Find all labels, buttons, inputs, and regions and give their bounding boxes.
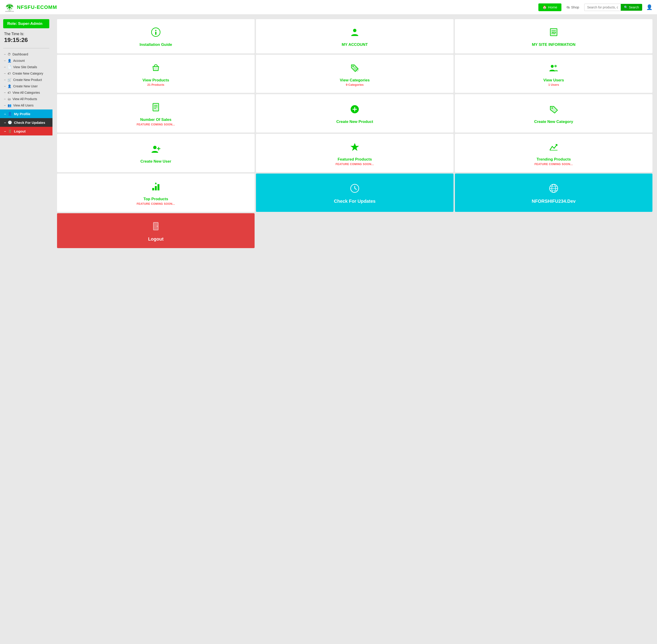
sidebar-item-account[interactable]: –👤Account [0, 58, 52, 64]
user-plus-icon [151, 144, 161, 157]
updates-icon: 🕐 [8, 120, 12, 124]
card-top-products[interactable]: Top ProductsFEATURE COMING SOON... [57, 174, 255, 212]
role-badge: Role: Super-Admin [3, 19, 49, 28]
time-value: 19:15:26 [0, 36, 52, 46]
sidebar-nav-bottom: – 👤 My Profile – 🕐 Check For Updates – 🚪… [0, 110, 52, 135]
svg-rect-34 [152, 188, 154, 190]
sidebar-item-check-for-updates[interactable]: – 🕐 Check For Updates [0, 118, 52, 127]
card-title: Create New Category [534, 119, 573, 124]
svg-rect-35 [155, 186, 157, 190]
card-title: Logout [148, 236, 163, 242]
time-label: The Time Is: [0, 32, 52, 36]
sidebar-item-create-new-user[interactable]: –👤Create New User [0, 83, 52, 89]
main-content: Installation GuideMY ACCOUNTMY SITE INFO… [52, 15, 657, 644]
card-featured-products[interactable]: Featured ProductsFEATURE COMING SOON... [256, 134, 454, 172]
dashboard-icon: ⏱ [7, 52, 11, 56]
sidebar-nav: –⏱Dashboard –👤Account –📄View Site Detail… [0, 51, 52, 109]
svg-rect-10 [155, 32, 156, 35]
sidebar-item-logout[interactable]: – 🚪 Logout [0, 127, 52, 135]
search-bar: 🔍 Search [584, 4, 642, 11]
home-button[interactable]: 🏠 Home [538, 3, 561, 11]
svg-point-28 [551, 108, 553, 109]
clock-icon [350, 184, 360, 197]
sidebar-item-my-profile[interactable]: – 👤 My Profile [0, 110, 52, 118]
all-categories-icon: 🏷 [7, 91, 11, 94]
search-input[interactable] [584, 4, 621, 11]
shop-icon: 🛍 [566, 5, 570, 9]
card-create-new-product[interactable]: Create New Product [256, 94, 454, 133]
search-button[interactable]: 🔍 Search [621, 4, 642, 11]
my-profile-icon: 👤 [8, 112, 12, 116]
all-users-icon: 👥 [7, 104, 12, 107]
card-count: 1 Users [548, 83, 559, 87]
card-title: Top Products [143, 197, 168, 201]
user-icon [350, 27, 360, 40]
card-create-new-category[interactable]: Create New Category [455, 94, 653, 133]
card-trending-products[interactable]: Trending ProductsFEATURE COMING SOON... [455, 134, 653, 172]
card-title: Number Of Sales [140, 117, 172, 122]
all-products-icon: 🗂 [7, 97, 11, 101]
cards-grid: Installation GuideMY ACCOUNTMY SITE INFO… [57, 19, 653, 248]
card-title: Trending Products [537, 157, 571, 162]
svg-point-0 [8, 6, 11, 8]
card-check-for-updates[interactable]: Check For Updates [256, 174, 454, 212]
dash-updates: – [4, 121, 6, 124]
card-my-account[interactable]: MY ACCOUNT [256, 19, 454, 53]
card-count: 21 Products [148, 83, 164, 87]
sidebar-divider [3, 48, 49, 48]
card-title: MY ACCOUNT [342, 42, 368, 47]
svg-rect-36 [157, 184, 159, 190]
svg-marker-32 [350, 143, 359, 151]
card-installation-guide[interactable]: Installation Guide [57, 19, 255, 53]
card-logout-card[interactable]: Logout [57, 213, 255, 248]
svg-point-48 [157, 226, 158, 227]
top-icon [151, 182, 161, 194]
user-profile-button[interactable]: 👤 [646, 4, 653, 10]
sidebar: Role: Super-Admin The Time Is: 19:15:26 … [0, 15, 52, 644]
logo-icon: NFORSHIFU234 [4, 2, 15, 12]
card-count: 9 Categories [346, 83, 364, 87]
card-sub: FEATURE COMING SOON... [137, 202, 175, 205]
globe-icon [549, 184, 559, 197]
new-user-icon: 👤 [7, 84, 12, 88]
sidebar-item-view-all-categories[interactable]: –🏷View All Categories [0, 89, 52, 96]
sidebar-item-create-new-category[interactable]: –🏷Create New Category [0, 70, 52, 77]
star-icon [350, 142, 360, 155]
svg-point-19 [554, 65, 557, 67]
card-sub: FEATURE COMING SOON... [336, 163, 374, 166]
card-create-new-user[interactable]: Create New User [57, 134, 255, 172]
logout-icon: 🚪 [8, 129, 12, 133]
sidebar-item-dashboard[interactable]: –⏱Dashboard [0, 51, 52, 58]
site-icon [549, 27, 559, 40]
svg-text:NFORSHIFU234: NFORSHIFU234 [5, 11, 14, 12]
door-icon [151, 222, 161, 234]
sidebar-item-create-new-product[interactable]: –🛒Create New Product [0, 77, 52, 83]
tag-icon [549, 105, 559, 117]
card-sub: FEATURE COMING SOON... [137, 123, 175, 126]
card-number-of-sales[interactable]: Number Of SalesFEATURE COMING SOON... [57, 94, 255, 133]
home-icon: 🏠 [542, 5, 547, 9]
card-title: View Categories [340, 78, 369, 83]
sidebar-item-view-site-details[interactable]: –📄View Site Details [0, 64, 52, 70]
card-title: Create New Product [336, 119, 373, 124]
sidebar-item-view-all-products[interactable]: –🗂View All Products [0, 96, 52, 102]
shop-button[interactable]: 🛍 Shop [564, 3, 582, 11]
card-title: MY SITE INFORMATION [532, 42, 575, 47]
site-details-icon: 📄 [7, 65, 12, 69]
logo-area: NFORSHIFU234 NFSFU-ECOMM [4, 2, 57, 12]
card-my-site-info[interactable]: MY SITE INFORMATION [455, 19, 653, 53]
svg-point-29 [153, 146, 157, 149]
card-title: Create New User [140, 159, 171, 164]
card-nforshifu-dev[interactable]: NFORSHIFU234.Dev [455, 174, 653, 212]
card-title: View Products [142, 78, 169, 83]
svg-point-17 [353, 66, 354, 67]
dash-logout: – [4, 129, 6, 133]
card-view-products[interactable]: View Products21 Products [57, 55, 255, 93]
site-title: NFSFU-ECOMM [17, 4, 57, 10]
sidebar-item-view-all-users[interactable]: –👥View All Users [0, 102, 52, 109]
card-view-users[interactable]: View Users1 Users [455, 55, 653, 93]
product-icon: 🛒 [7, 78, 12, 82]
card-title: NFORSHIFU234.Dev [532, 199, 575, 204]
search-icon: 🔍 [624, 5, 628, 9]
card-view-categories[interactable]: View Categories9 Categories [256, 55, 454, 93]
